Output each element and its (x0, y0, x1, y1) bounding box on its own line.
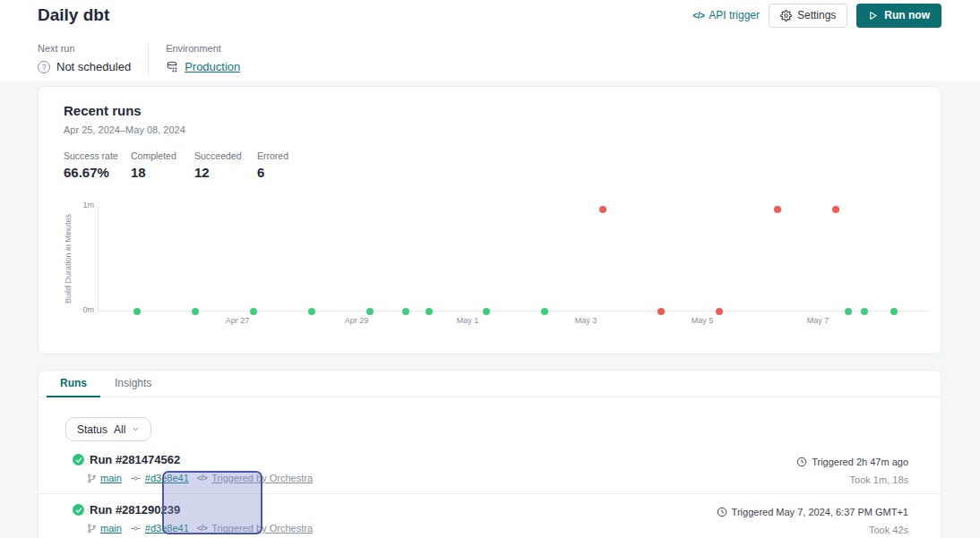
run-main: Run #281474562 main (73, 453, 313, 485)
trigger-source-link[interactable]: Triggered by Orchestra (211, 473, 313, 483)
branch-link[interactable]: main (100, 523, 122, 534)
code-icon: </> (692, 11, 704, 21)
chart-point-success[interactable] (541, 308, 548, 315)
chart-x-tick: May 1 (457, 316, 479, 325)
stat-success-rate: Success rate 66.67% (64, 150, 131, 180)
chart-point-success[interactable] (192, 308, 199, 315)
tab-bar: Runs Insights (39, 371, 941, 397)
chart-point-error[interactable] (832, 206, 839, 213)
run-row[interactable]: Run #281474562 main (39, 453, 941, 494)
chart-point-success[interactable] (890, 308, 898, 315)
chart-x-tick: May 3 (575, 316, 597, 325)
took-text: Took 42s (717, 525, 908, 535)
run-title: Run #281474562 (90, 453, 180, 466)
trigger-source-chip[interactable]: </> Triggered by Orchestra (197, 473, 313, 483)
chart-y-tick-1m: 1m (73, 201, 94, 209)
stat-succeeded: Succeeded 12 (194, 150, 257, 180)
branch-link[interactable]: main (100, 473, 122, 483)
header-actions: </> API trigger Settings Run (692, 4, 941, 28)
trigger-source-chip[interactable]: </> Triggered by Orchestra (197, 523, 313, 534)
clock-icon (796, 457, 807, 467)
chart-point-success[interactable] (402, 308, 409, 315)
success-check-icon (73, 504, 84, 516)
run-row[interactable]: Run #281290239 main (39, 494, 941, 538)
environment-label: Environment (166, 43, 240, 54)
api-trigger-label: API trigger (709, 9, 760, 21)
chart-plot: Apr 27Apr 29May 1May 3May 5May 7 (98, 206, 928, 312)
triggered-text: Triggered May 7, 2024, 6:37 PM GMT+1 (732, 507, 908, 517)
run-main: Run #281290239 main (73, 503, 313, 535)
next-run-label: Next run (38, 43, 131, 54)
chart-point-success[interactable] (308, 308, 315, 315)
runs-card: Runs Insights Status All (38, 370, 941, 538)
chart-point-error[interactable] (716, 308, 723, 315)
chart-point-success[interactable] (250, 308, 257, 315)
run-meta: Triggered 2h 47m ago Took 1m, 18s (796, 453, 908, 485)
chart-point-success[interactable] (483, 308, 490, 315)
environment-icon (166, 61, 178, 73)
chart-point-success[interactable] (133, 308, 141, 315)
trigger-source-link[interactable]: Triggered by Orchestra (211, 523, 313, 534)
job-meta: Next run ? Not scheduled Environment (38, 43, 941, 73)
next-run-value: Not scheduled (56, 60, 131, 73)
api-trigger-link[interactable]: </> API trigger (692, 9, 760, 21)
git-commit-icon (130, 524, 142, 534)
stat-completed: Completed 18 (131, 150, 194, 180)
page-content: Recent runs Apr 25, 2024–May 08, 2024 Su… (0, 81, 980, 536)
page-title: Daily dbt (38, 5, 109, 25)
chart-y-axis-label: Build Duration in Minutes (64, 214, 73, 303)
status-filter-dropdown[interactable]: Status All (65, 417, 151, 441)
commit-link[interactable]: #d3e8e41 (145, 523, 189, 534)
chart-x-tick: May 5 (692, 316, 714, 325)
meta-divider (148, 43, 149, 73)
filter-row: Status All (39, 397, 941, 441)
run-meta: Triggered May 7, 2024, 6:37 PM GMT+1 Too… (717, 503, 908, 535)
settings-label: Settings (797, 9, 836, 21)
chart-point-success[interactable] (845, 308, 852, 315)
took-text: Took 1m, 18s (796, 474, 908, 485)
page-header: Daily dbt </> API trigger Settings (0, 0, 980, 81)
settings-button[interactable]: Settings (769, 4, 847, 28)
run-list: Run #281474562 main (39, 453, 941, 538)
chart-x-tick: May 7 (807, 316, 830, 325)
chart-point-success[interactable] (366, 308, 374, 315)
chart-point-error[interactable] (658, 308, 665, 315)
help-circle-icon[interactable]: ? (38, 61, 50, 73)
triggered-text: Triggered 2h 47m ago (812, 457, 908, 467)
run-now-button[interactable]: Run now (856, 4, 941, 28)
success-check-icon (73, 454, 84, 465)
recent-runs-title: Recent runs (64, 103, 916, 118)
tab-insights[interactable]: Insights (100, 371, 166, 397)
run-title: Run #281290239 (90, 503, 180, 517)
recent-runs-card: Recent runs Apr 25, 2024–May 08, 2024 Su… (38, 86, 941, 354)
chart-point-error[interactable] (774, 206, 781, 213)
environment-link[interactable]: Production (185, 60, 240, 73)
chart-y-tick-0m: 0m (73, 305, 94, 314)
chart-x-tick: Apr 27 (226, 316, 250, 325)
chart-point-error[interactable] (599, 206, 606, 213)
environment-block: Environment Production (166, 43, 240, 73)
status-filter-label: Status (77, 423, 107, 436)
commit-link[interactable]: #d3e8e41 (145, 473, 189, 483)
chevron-down-icon (132, 425, 140, 433)
status-filter-value: All (114, 423, 125, 436)
gear-icon (780, 10, 792, 21)
git-branch-icon (87, 474, 97, 483)
git-commit-icon (130, 474, 142, 483)
recent-runs-stats: Success rate 66.67% Completed 18 Succeed… (64, 150, 916, 180)
chart-point-success[interactable] (426, 308, 433, 315)
stat-errored: Errored 6 (257, 150, 288, 180)
run-now-label: Run now (884, 9, 930, 21)
next-run-block: Next run ? Not scheduled (38, 43, 131, 73)
tab-runs[interactable]: Runs (47, 371, 100, 397)
git-branch-icon (87, 524, 97, 534)
code-icon: </> (197, 474, 208, 482)
clock-icon (717, 507, 727, 517)
recent-runs-date-range: Apr 25, 2024–May 08, 2024 (64, 124, 916, 135)
play-icon (868, 11, 878, 21)
chart-point-success[interactable] (861, 308, 868, 315)
code-icon: </> (197, 524, 208, 533)
chart-x-tick: Apr 29 (345, 316, 369, 325)
